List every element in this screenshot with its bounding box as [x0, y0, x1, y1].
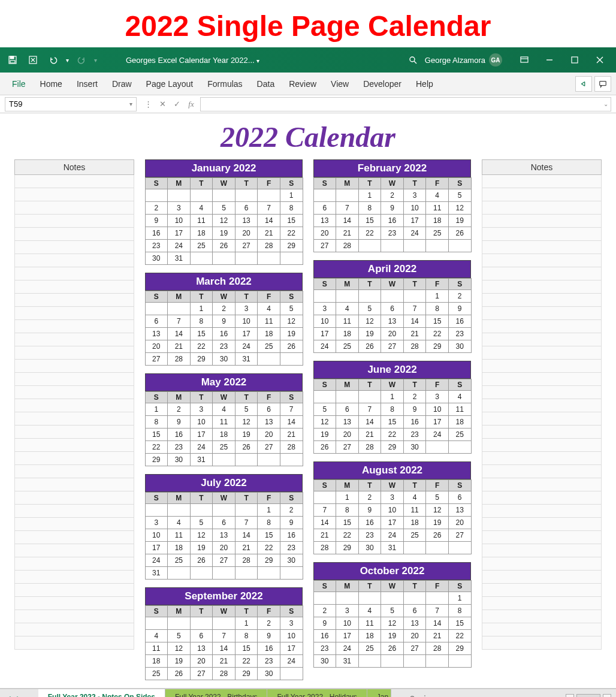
- calendar-day-cell[interactable]: [336, 189, 359, 202]
- calendar-day-cell[interactable]: 23: [381, 227, 404, 240]
- calendar-day-cell[interactable]: 17: [280, 642, 303, 655]
- calendar-day-cell[interactable]: 25: [358, 642, 382, 655]
- calendar-day-cell[interactable]: [257, 453, 280, 466]
- notes-row[interactable]: [482, 571, 602, 584]
- calendar-day-cell[interactable]: 14: [280, 415, 303, 429]
- calendar-day-cell[interactable]: 30: [212, 352, 235, 366]
- calendar-day-cell[interactable]: [212, 617, 235, 630]
- calendar-day-cell[interactable]: 9: [313, 617, 337, 630]
- calendar-day-cell[interactable]: 26: [212, 239, 235, 252]
- calendar-day-cell[interactable]: [212, 503, 235, 517]
- fb-more-icon[interactable]: ⋮: [141, 98, 155, 111]
- calendar-day-cell[interactable]: [425, 239, 449, 252]
- calendar-day-cell[interactable]: 26: [358, 340, 382, 353]
- calendar-day-cell[interactable]: [235, 453, 258, 466]
- calendar-day-cell[interactable]: 9: [448, 302, 472, 315]
- calendar-day-cell[interactable]: 12: [313, 415, 337, 429]
- calendar-day-cell[interactable]: 17: [403, 214, 427, 227]
- calendar-day-cell[interactable]: 15: [257, 529, 280, 542]
- calendar-day-cell[interactable]: 22: [448, 629, 472, 642]
- calendar-day-cell[interactable]: [425, 440, 449, 454]
- calendar-day-cell[interactable]: 22: [381, 428, 404, 441]
- calendar-day-cell[interactable]: 3: [336, 604, 359, 617]
- calendar-day-cell[interactable]: 6: [235, 201, 258, 215]
- calendar-day-cell[interactable]: 17: [313, 327, 337, 340]
- calendar-day-cell[interactable]: 29: [235, 667, 258, 680]
- calendar-day-cell[interactable]: 6: [313, 201, 337, 215]
- notes-row[interactable]: [482, 505, 602, 518]
- calendar-day-cell[interactable]: 29: [257, 554, 280, 567]
- calendar-day-cell[interactable]: [381, 289, 404, 303]
- calendar-day-cell[interactable]: 20: [313, 227, 337, 240]
- calendar-day-cell[interactable]: 24: [190, 440, 213, 454]
- calendar-day-cell[interactable]: 4: [167, 516, 191, 529]
- calendar-day-cell[interactable]: 30: [358, 541, 382, 554]
- calendar-day-cell[interactable]: 6: [403, 604, 427, 617]
- calendar-day-cell[interactable]: 17: [167, 227, 191, 240]
- calendar-day-cell[interactable]: [425, 541, 449, 554]
- calendar-day-cell[interactable]: [235, 252, 258, 265]
- calendar-day-cell[interactable]: [336, 390, 359, 403]
- calendar-day-cell[interactable]: 27: [257, 440, 280, 454]
- notes-row[interactable]: [14, 544, 134, 557]
- calendar-day-cell[interactable]: 12: [425, 503, 449, 517]
- calendar-day-cell[interactable]: 22: [235, 654, 258, 668]
- calendar-day-cell[interactable]: 11: [403, 503, 427, 517]
- calendar-day-cell[interactable]: 1: [257, 503, 280, 517]
- calendar-day-cell[interactable]: 10: [190, 415, 213, 429]
- calendar-day-cell[interactable]: 12: [212, 214, 235, 227]
- calendar-day-cell[interactable]: 28: [403, 340, 427, 353]
- calendar-day-cell[interactable]: 21: [235, 541, 258, 554]
- calendar-day-cell[interactable]: 16: [280, 529, 303, 542]
- calendar-day-cell[interactable]: 2: [358, 491, 382, 504]
- calendar-day-cell[interactable]: [381, 592, 404, 605]
- calendar-day-cell[interactable]: [358, 592, 382, 605]
- calendar-day-cell[interactable]: [145, 189, 168, 202]
- notes-row[interactable]: [482, 584, 602, 597]
- notes-row[interactable]: [482, 412, 602, 426]
- calendar-day-cell[interactable]: 20: [190, 654, 213, 668]
- calendar-day-cell[interactable]: 19: [448, 214, 472, 227]
- calendar-day-cell[interactable]: 27: [403, 642, 427, 655]
- notes-row[interactable]: [14, 518, 134, 531]
- calendar-day-cell[interactable]: 6: [448, 491, 472, 504]
- notes-row[interactable]: [482, 478, 602, 491]
- notes-row[interactable]: [14, 307, 134, 320]
- notes-row[interactable]: [14, 465, 134, 478]
- calendar-day-cell[interactable]: 8: [358, 201, 382, 215]
- notes-row[interactable]: [482, 597, 602, 610]
- tab-nav-next-icon[interactable]: ►: [14, 693, 24, 698]
- calendar-day-cell[interactable]: 28: [212, 667, 235, 680]
- calendar-day-cell[interactable]: [358, 239, 382, 252]
- calendar-day-cell[interactable]: [212, 252, 235, 265]
- calendar-day-cell[interactable]: 11: [425, 201, 449, 215]
- redo-icon[interactable]: [74, 52, 89, 68]
- calendar-day-cell[interactable]: 27: [145, 352, 168, 366]
- notes-row[interactable]: [482, 320, 602, 333]
- calendar-day-cell[interactable]: 28: [280, 440, 303, 454]
- notes-row[interactable]: [482, 280, 602, 294]
- calendar-day-cell[interactable]: 1: [336, 491, 359, 504]
- calendar-day-cell[interactable]: 4: [257, 302, 280, 315]
- notes-row[interactable]: [14, 505, 134, 518]
- calendar-day-cell[interactable]: 12: [448, 201, 472, 215]
- calendar-day-cell[interactable]: 2: [145, 201, 168, 215]
- calendar-day-cell[interactable]: [167, 566, 191, 580]
- calendar-day-cell[interactable]: 20: [257, 428, 280, 441]
- notes-row[interactable]: [482, 557, 602, 571]
- calendar-day-cell[interactable]: 21: [403, 327, 427, 340]
- calendar-day-cell[interactable]: 17: [190, 428, 213, 441]
- calendar-day-cell[interactable]: [425, 592, 449, 605]
- calendar-day-cell[interactable]: 24: [425, 428, 449, 441]
- tab-nav-prev-icon[interactable]: ◄: [4, 693, 13, 698]
- calendar-day-cell[interactable]: 21: [313, 529, 337, 542]
- calendar-day-cell[interactable]: 25: [336, 340, 359, 353]
- calendar-day-cell[interactable]: 5: [381, 604, 404, 617]
- calendar-day-cell[interactable]: [280, 566, 303, 580]
- calendar-day-cell[interactable]: 24: [403, 227, 427, 240]
- calendar-day-cell[interactable]: 20: [145, 340, 168, 353]
- calendar-day-cell[interactable]: 18: [257, 327, 280, 340]
- calendar-day-cell[interactable]: 16: [212, 327, 235, 340]
- calendar-day-cell[interactable]: [212, 566, 235, 580]
- calendar-day-cell[interactable]: 7: [257, 201, 280, 215]
